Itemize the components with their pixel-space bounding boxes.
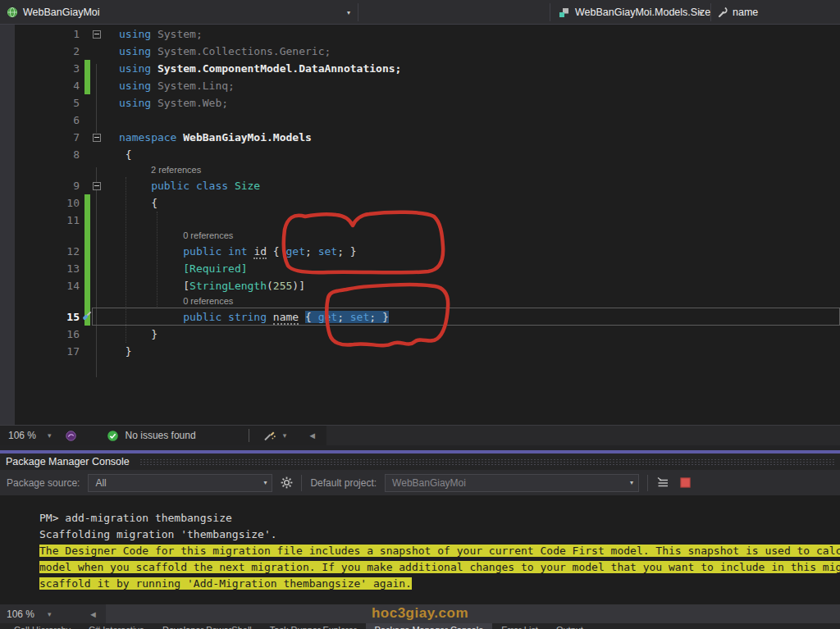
project-dropdown-label: WebBanGiayMoi (23, 7, 100, 18)
code-token: public string (183, 311, 267, 323)
change-bar (84, 243, 90, 260)
code-token: { (305, 311, 318, 323)
navbar-divider (358, 3, 358, 21)
line-number: 12 (0, 243, 82, 260)
code-token: } (119, 345, 132, 358)
line-number: 5 (0, 94, 82, 112)
change-bar (84, 60, 90, 77)
console-line: PM> add-migration thembangsize (39, 510, 840, 526)
code-line-10[interactable]: 10 { (0, 194, 840, 212)
line-number: 1 (0, 25, 82, 43)
project-dropdown-caret-icon[interactable]: ▾ (347, 0, 350, 25)
code-token: name (273, 311, 299, 325)
code-token: [ (119, 280, 189, 292)
change-bar (84, 277, 90, 294)
tab-package-manager-console[interactable]: Package Manager Console (366, 623, 493, 629)
console-status-bar: 106 % ▾ ◄ hoc3giay.com (0, 604, 840, 623)
editor-zoom-caret-icon[interactable]: ▾ (48, 431, 52, 440)
code-line-6[interactable]: 6 (0, 112, 840, 129)
navbar-divider (550, 3, 550, 21)
code-token: { (119, 197, 158, 209)
code-line-2[interactable]: 2using System.Collections.Generic; (0, 43, 840, 60)
code-line-16[interactable]: 16 } (0, 326, 840, 343)
horizontal-scrollbar[interactable] (326, 426, 840, 445)
panel-title-bar[interactable]: Package Manager Console (0, 454, 840, 470)
panel-title: Package Manager Console (6, 456, 130, 467)
panel-drag-texture (139, 458, 835, 466)
code-line-17[interactable]: 17 } (0, 343, 840, 360)
fold-collapse-icon[interactable] (93, 134, 101, 142)
fold-collapse-icon[interactable] (93, 182, 101, 190)
line-number: 17 (0, 343, 82, 360)
codelens-row[interactable]: 0 references (0, 229, 840, 243)
tab-c-interactive[interactable]: C# Interactive (80, 623, 153, 629)
package-source-dropdown[interactable]: All ▾ (88, 474, 272, 492)
scroll-left-arrow-icon[interactable]: ◄ (308, 431, 317, 440)
code-line-1[interactable]: 1using System; (0, 25, 840, 43)
code-line-12[interactable]: 12 public int id { get; set; } (0, 243, 840, 260)
change-bar (84, 212, 90, 229)
code-line-13[interactable]: 13 [Required] (0, 260, 840, 277)
code-token: System.Linq; (151, 80, 235, 92)
intellicode-icon[interactable] (65, 430, 77, 442)
type-dropdown[interactable]: WebBanGiayMoi.Models.Size (575, 0, 710, 25)
clear-console-icon[interactable] (656, 476, 670, 489)
watermark-text: hoc3giay.com (0, 605, 840, 622)
tab-output[interactable]: Output (547, 623, 592, 629)
tab-task-runner-explorer[interactable]: Task Runner Explorer (261, 623, 366, 629)
navigation-bar: WebBanGiayMoi ▾ WebBanGiayMoi.Models.Siz… (0, 0, 840, 25)
code-line-15[interactable]: 15 public string name { get; set; } (0, 308, 840, 326)
navbar-divider (710, 3, 711, 21)
quick-actions-screwdriver-icon[interactable] (81, 310, 93, 325)
code-token: StringLength (189, 280, 267, 292)
type-dropdown-caret-icon[interactable]: ▾ (699, 0, 702, 25)
code-token: System; (151, 28, 203, 40)
code-token: System.Collections.Generic; (151, 45, 331, 57)
code-cleanup-broom-icon[interactable] (262, 430, 276, 442)
codelens-row[interactable]: 2 references (0, 163, 840, 177)
health-check-icon[interactable] (107, 430, 119, 442)
code-line-4[interactable]: 4using System.Linq; (0, 77, 840, 94)
line-number: 4 (0, 77, 82, 94)
tab-developer-powershell[interactable]: Developer PowerShell (153, 623, 261, 629)
code-token: public int (183, 245, 247, 258)
tab-error-list[interactable]: Error List (492, 623, 547, 629)
member-dropdown[interactable]: name (733, 0, 758, 25)
code-cleanup-caret-icon[interactable]: ▾ (283, 431, 287, 440)
code-token: System.ComponentModel.DataAnnotations; (151, 62, 401, 75)
line-number: 13 (0, 260, 82, 277)
default-project-value: WebBanGiayMoi (392, 477, 466, 489)
code-token: public class (151, 180, 228, 192)
panel-toolbar: Package source: All ▾ Default project: W… (0, 470, 840, 495)
console-line: Scaffolding migration 'thembangsize'. (39, 526, 840, 543)
code-editor[interactable]: 1using System;2using System.Collections.… (0, 25, 840, 425)
project-dropdown[interactable]: WebBanGiayMoi (23, 0, 100, 25)
code-line-7[interactable]: 7namespace WebBanGiayMoi.Models (0, 129, 840, 146)
code-line-5[interactable]: 5using System.Web; (0, 94, 840, 112)
tab-call-hierarchy[interactable]: Call Hierarchy (5, 623, 80, 629)
code-line-9[interactable]: 9 public class Size (0, 177, 840, 194)
codelens-references[interactable]: 0 references (105, 229, 233, 243)
code-line-8[interactable]: 8 { (0, 146, 840, 163)
fold-collapse-icon[interactable] (93, 30, 101, 39)
code-token: { (267, 245, 285, 258)
code-token: set (318, 245, 337, 258)
vs-window: WebBanGiayMoi ▾ WebBanGiayMoi.Models.Siz… (0, 0, 840, 629)
code-token (119, 245, 183, 258)
codelens-references[interactable]: 0 references (105, 294, 233, 308)
code-token: get (318, 311, 337, 323)
wrench-member-icon (717, 0, 728, 25)
editor-zoom-select[interactable]: 106 % (8, 430, 36, 441)
console-output[interactable]: PM> add-migration thembangsizeScaffoldin… (0, 495, 840, 604)
default-project-dropdown[interactable]: WebBanGiayMoi ▾ (385, 474, 639, 492)
line-number: 15 (0, 308, 82, 326)
code-line-3[interactable]: 3using System.ComponentModel.DataAnnotat… (0, 60, 840, 77)
bottom-tab-bar: Call HierarchyC# InteractiveDeveloper Po… (0, 623, 840, 629)
code-line-11[interactable]: 11 (0, 212, 840, 229)
stop-button[interactable] (680, 477, 691, 488)
codelens-references[interactable]: 2 references (105, 163, 201, 177)
gear-icon[interactable] (281, 476, 293, 489)
code-line-14[interactable]: 14 [StringLength(255)] (0, 277, 840, 294)
code-token: using (119, 62, 151, 75)
codelens-row[interactable]: 0 references (0, 294, 840, 308)
